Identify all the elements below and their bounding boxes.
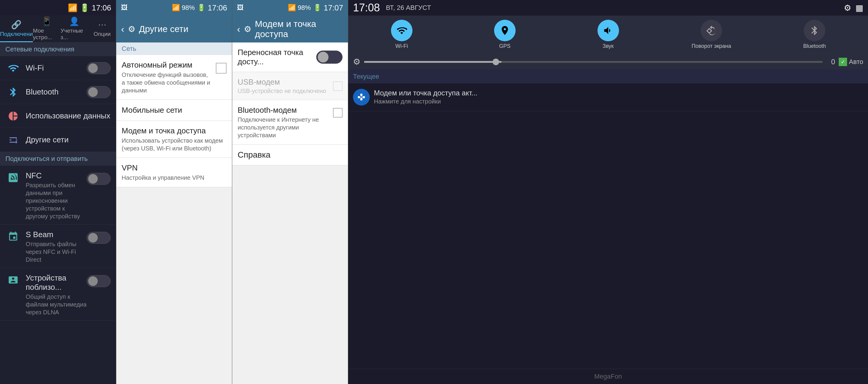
data-usage-text: Использование данных: [26, 111, 111, 120]
signal-2: 📶 98%: [172, 4, 195, 12]
settings-item-nfc[interactable]: NFC Разрешить обмен данными при прикосно…: [0, 166, 116, 225]
sbeam-subtitle: Отправить файлы через NFC и Wi-Fi Direct: [26, 240, 87, 264]
quick-tile-wifi[interactable]: Wi-Fi: [351, 20, 452, 49]
other-networks-text: Другие сети: [26, 135, 111, 144]
date-4: ВТ, 26 АВГУСТ: [386, 4, 844, 12]
modem-hotspot-title: Модем и точка доступа: [122, 126, 226, 136]
image-icon-2: 🖼: [121, 4, 128, 12]
tab-device[interactable]: 📱 Мое устро...: [33, 16, 61, 42]
tab-connections-label: Подключени: [0, 31, 33, 37]
wifi-title: Wi-Fi: [26, 63, 87, 73]
sbeam-text: S Beam Отправить файлы через NFC и Wi-Fi…: [26, 230, 87, 264]
gps-tile-icon: [494, 20, 516, 41]
battery-2: 🔋: [197, 4, 205, 12]
bluetooth-modem-subtitle: Подключение к Интернету не используется …: [238, 116, 330, 139]
gps-tile-label: GPS: [499, 43, 510, 49]
settings-item-help[interactable]: Справка: [232, 145, 348, 166]
rotate-tile-label: Поворот экрана: [692, 43, 731, 49]
tab-bar: 🔗 Подключени 📱 Мое устро... 👤 Учетные з.…: [0, 16, 116, 42]
settings-item-other-networks[interactable]: Другие сети: [0, 128, 116, 152]
nfc-title: NFC: [26, 171, 87, 180]
quick-tile-sound[interactable]: Звук: [558, 20, 658, 49]
settings-item-nearby[interactable]: Устройства поблизо... Общий доступ к фай…: [0, 268, 116, 321]
status-icons-4: ⚙ ▦: [844, 3, 863, 13]
settings-item-modem-hotspot[interactable]: Модем и точка доступа Использовать устро…: [116, 121, 232, 158]
settings-icon-3: ⚙: [244, 24, 251, 34]
signal-3: 📶 98%: [288, 4, 311, 12]
battery-1: 🔋: [80, 3, 89, 12]
nearby-subtitle: Общий доступ к файлам мультимедиа через …: [26, 293, 87, 316]
bluetooth-modem-checkbox[interactable]: [333, 108, 343, 118]
usb-modem-subtitle: USB-устройство не подключено: [238, 88, 333, 94]
quick-tile-bluetooth[interactable]: Bluetooth: [764, 20, 865, 49]
more-icon: ⋯: [98, 20, 106, 30]
device-icon: 📱: [41, 17, 52, 26]
nfc-toggle[interactable]: [87, 173, 111, 185]
sbeam-toggle[interactable]: [87, 232, 111, 244]
quick-tile-rotate[interactable]: Поворот экрана: [661, 20, 762, 49]
auto-label: Авто: [849, 58, 863, 66]
nearby-toggle[interactable]: [87, 275, 111, 287]
nearby-title: Устройства поблизо...: [26, 273, 87, 292]
image-icon-3: 🖼: [237, 4, 244, 12]
sbeam-icon: [5, 229, 21, 244]
status-bar-3: 🖼 📶 98% 🔋 17:07: [232, 0, 348, 16]
notification-hotspot[interactable]: Модем или точка доступа акт... Нажмите д…: [348, 83, 868, 111]
brightness-settings-icon[interactable]: ⚙: [353, 57, 361, 67]
hotspot-toggle[interactable]: [316, 51, 343, 64]
settings-item-data-usage[interactable]: Использование данных: [0, 104, 116, 128]
nfc-toggle-knob: [88, 174, 98, 184]
status-bar-2: 🖼 📶 98% 🔋 17:06: [116, 0, 232, 16]
settings-item-wifi[interactable]: Wi-Fi: [0, 56, 116, 80]
tab-more[interactable]: ⋯ Опции: [88, 16, 116, 42]
tab-connections[interactable]: 🔗 Подключени: [0, 16, 33, 42]
usb-modem-checkbox[interactable]: [333, 81, 343, 91]
nfc-text: NFC Разрешить обмен данными при прикосно…: [26, 171, 87, 220]
usb-modem-title: USB-модем: [238, 78, 333, 87]
notif-hotspot-text: Модем или точка доступа акт... Нажмите д…: [374, 89, 863, 105]
settings-icon-4[interactable]: ⚙: [844, 3, 851, 13]
settings-item-usb-modem[interactable]: USB-модем USB-устройство не подключено: [232, 72, 348, 100]
settings-item-bluetooth-modem[interactable]: Bluetooth-модем Подключение к Интернету …: [232, 100, 348, 145]
hotspot-toggle-knob: [318, 52, 329, 62]
clock-4: 17:08: [353, 1, 380, 14]
sbeam-toggle-knob: [88, 233, 98, 242]
brightness-value: 0: [826, 58, 835, 66]
section-network-2: Сеть: [116, 42, 232, 55]
back-button-2[interactable]: ‹: [121, 24, 124, 35]
settings-item-hotspot[interactable]: Переносная точка досту...: [232, 42, 348, 72]
status-bar-1: 📶 🔋 17:06: [0, 0, 116, 16]
tab-accounts[interactable]: 👤 Учетные з...: [61, 16, 89, 42]
settings-item-vpn[interactable]: VPN Настройка и управление VPN: [116, 158, 232, 187]
time-2: 17:06: [208, 3, 227, 12]
auto-brightness-toggle[interactable]: ✓ Авто: [839, 58, 863, 66]
panel2-title: Другие сети: [139, 24, 189, 34]
hotspot-title: Переносная точка досту...: [238, 48, 316, 66]
settings-item-sbeam[interactable]: S Beam Отправить файлы через NFC и Wi-Fi…: [0, 225, 116, 268]
panel-other-networks: 🖼 📶 98% 🔋 17:06 ‹ ⚙ Другие сети Сеть Авт…: [116, 0, 232, 384]
bluetooth-tile-label: Bluetooth: [803, 43, 826, 49]
signal-1: 📶: [68, 3, 78, 12]
panel-connections: 📶 🔋 17:06 🔗 Подключени 📱 Мое устро... 👤 …: [0, 0, 116, 384]
bluetooth-toggle[interactable]: [87, 86, 111, 98]
bluetooth-title: Bluetooth: [26, 87, 87, 97]
panel-modem-hotspot: 🖼 📶 98% 🔋 17:07 ‹ ⚙ Модем и точка доступ…: [232, 0, 348, 384]
autonomous-subtitle: Отключение функций вызовов, а также обме…: [122, 71, 213, 94]
wifi-toggle[interactable]: [87, 62, 111, 74]
wifi-tile-icon: [391, 20, 412, 41]
quick-tile-gps[interactable]: GPS: [454, 20, 555, 49]
settings-item-bluetooth[interactable]: Bluetooth: [0, 80, 116, 104]
panel3-title: Модем и точка доступа: [255, 19, 343, 39]
settings-item-autonomous[interactable]: Автономный режим Отключение функций вызо…: [116, 55, 232, 100]
wifi-text: Wi-Fi: [26, 63, 87, 73]
modem-hotspot-subtitle: Использовать устройство как модем (через…: [122, 137, 226, 152]
back-button-3[interactable]: ‹: [237, 24, 240, 35]
brightness-slider[interactable]: [364, 61, 823, 63]
accounts-icon: 👤: [69, 17, 80, 26]
grid-icon-4[interactable]: ▦: [856, 3, 863, 13]
nearby-icon: [5, 272, 21, 288]
autonomous-checkbox[interactable]: [216, 63, 226, 73]
settings-item-mobile-networks[interactable]: Мобильные сети: [116, 100, 232, 121]
nfc-subtitle: Разрешить обмен данными при прикосновени…: [26, 181, 87, 220]
wifi-icon: [5, 60, 21, 76]
